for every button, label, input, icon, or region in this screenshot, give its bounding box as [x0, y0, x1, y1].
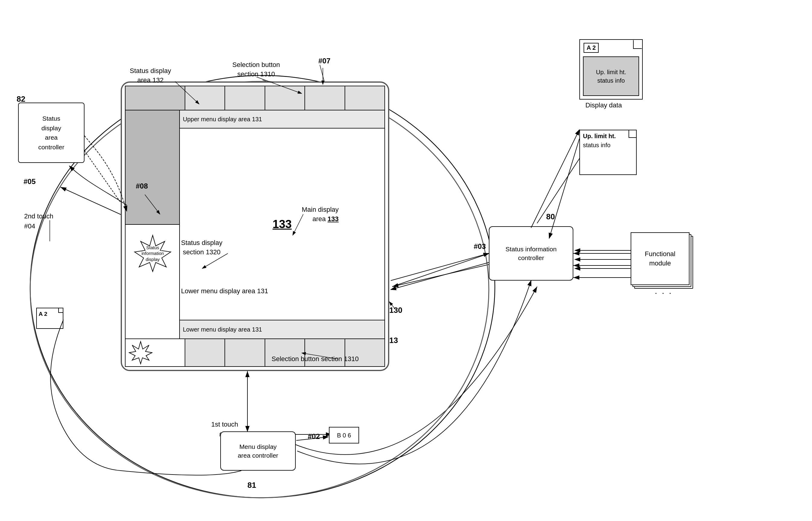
- svg-marker-23: [129, 341, 152, 364]
- ref07-label: #07: [318, 56, 331, 66]
- bottom-btn-cell-1[interactable]: [126, 339, 185, 366]
- status-display-area-controller-label: Statusdisplayareacontroller: [38, 114, 64, 152]
- ref13-label: 13: [389, 335, 398, 346]
- left-panel-bottom: Statusinformationdisplay: [126, 225, 179, 339]
- functional-module-label: Functionalmodule: [645, 249, 676, 268]
- status-display-section-1320-label: Status displaysection 1320: [181, 238, 222, 257]
- diagram-container: Statusdisplayareacontroller 82: [0, 0, 812, 521]
- main-display-area-133-label: Main displayarea 133: [302, 205, 339, 224]
- b06-box: B 0 6: [329, 427, 359, 444]
- main-display-number: 133: [272, 218, 292, 231]
- doc-a2-top-content: Up. limit ht.status info: [596, 68, 626, 85]
- status-info-controller-label: Status informationcontroller: [505, 245, 557, 263]
- ref08-label: #08: [136, 181, 148, 191]
- display-data-doc: A 2 Up. limit ht.status info Display dat…: [579, 39, 646, 109]
- ref05-label: #05: [24, 177, 36, 187]
- lower-menu-label: Lower menu display area 131: [183, 326, 262, 333]
- lower-menu-display-area: Lower menu display area 131: [180, 320, 384, 339]
- btn-cell-2[interactable]: [185, 86, 225, 110]
- ref81-label: 81: [247, 480, 256, 491]
- device-screen: Statusinformationdisplay Upper menu disp…: [121, 82, 389, 371]
- bottom-starburst: [129, 341, 153, 365]
- status-info-display-starburst: Statusinformationdisplay: [130, 234, 175, 273]
- ref82-label: 82: [17, 93, 25, 105]
- svg-line-32: [531, 130, 579, 228]
- ref04-label: 2nd touch#04: [24, 211, 53, 231]
- selection-button-section-1310-bottom-label: Selection button section 1310: [272, 355, 359, 364]
- svg-line-27: [391, 253, 489, 280]
- ref03-label: #03: [474, 241, 486, 252]
- ref02-label: #02: [308, 431, 320, 441]
- svg-line-4: [392, 250, 498, 287]
- svg-line-28: [391, 263, 489, 290]
- doc-a2-top-label: A 2: [587, 44, 596, 51]
- btn-cell-4[interactable]: [265, 86, 305, 110]
- menu-display-area-controller-label: Menu displayarea controller: [238, 442, 278, 460]
- status-display-area-controller-box: Statusdisplayareacontroller: [18, 103, 85, 163]
- selection-button-section-1310-top-label: Selection buttonsection 1310: [232, 60, 280, 79]
- up-limit-status-doc: Up. limit ht. status info: [579, 130, 640, 180]
- btn-cell-3[interactable]: [225, 86, 265, 110]
- up-limit-content: status info: [583, 142, 610, 149]
- menu-display-area-controller-box: Menu displayarea controller: [220, 431, 296, 471]
- svg-line-5: [392, 263, 498, 287]
- left-panel-top: [126, 110, 179, 225]
- dots-label: · · ·: [655, 287, 673, 299]
- display-data-label: Display data: [585, 101, 622, 110]
- svg-line-33: [549, 139, 579, 238]
- left-panel: Statusinformationdisplay: [126, 110, 180, 339]
- upper-menu-label: Upper menu display area 131: [183, 116, 262, 123]
- ref80-label: 80: [546, 211, 555, 222]
- top-selection-buttons: [126, 86, 384, 110]
- btn-cell-1[interactable]: [126, 86, 185, 110]
- svg-line-12: [85, 151, 127, 211]
- up-limit-title: Up. limit ht.: [583, 133, 616, 139]
- svg-line-13: [60, 187, 127, 217]
- lower-menu-display-area-131-label: Lower menu display area 131: [181, 287, 268, 296]
- bottom-btn-cell-2[interactable]: [185, 339, 225, 366]
- b06-label: B 0 6: [337, 431, 351, 439]
- functional-module-stack: Functionalmodule · · ·: [631, 232, 697, 299]
- status-display-area-132-label: Status displayarea 132: [130, 66, 171, 85]
- status-information-controller-box: Status informationcontroller: [489, 226, 573, 280]
- bottom-btn-cell-3[interactable]: [225, 339, 265, 366]
- btn-cell-5[interactable]: [305, 86, 345, 110]
- middle-area: Statusinformationdisplay Upper menu disp…: [126, 110, 384, 339]
- ref130-label: 130: [389, 305, 402, 316]
- screen-inner: Statusinformationdisplay Upper menu disp…: [125, 86, 385, 367]
- right-panel: Upper menu display area 131 133 Lower me…: [180, 110, 384, 339]
- upper-menu-display-area: Upper menu display area 131: [180, 110, 384, 129]
- btn-cell-6[interactable]: [345, 86, 384, 110]
- a2-doc-bottom: A 2: [36, 308, 66, 332]
- a2-bottom-label: A 2: [39, 311, 47, 317]
- status-info-display-text: Statusinformationdisplay: [141, 245, 164, 263]
